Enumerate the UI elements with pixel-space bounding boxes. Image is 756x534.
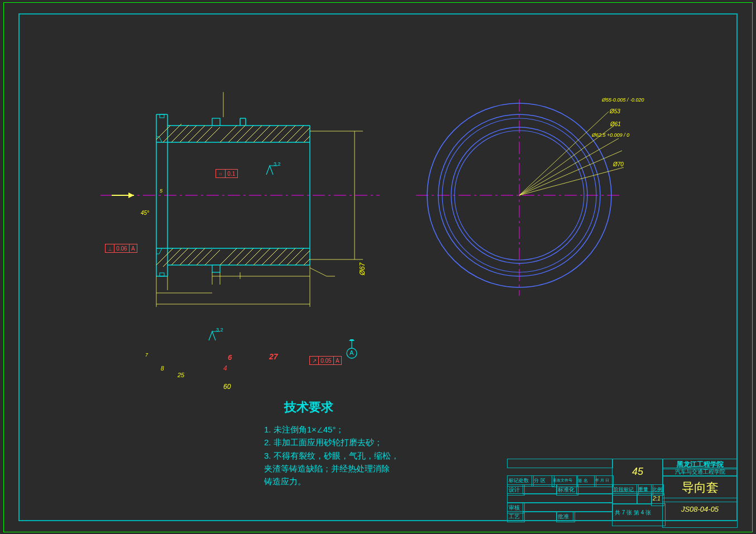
svg-line-38 bbox=[295, 128, 310, 142]
dim-4: 4 bbox=[223, 365, 227, 372]
dim-27: 27 bbox=[269, 353, 278, 360]
svg-line-29 bbox=[220, 126, 237, 142]
fcf-perpendicularity: ⟂ 0.06 A bbox=[105, 244, 137, 253]
svg-rect-14 bbox=[212, 118, 220, 126]
svg-rect-6 bbox=[160, 114, 164, 118]
tb-dwgno: JS08-04-05 bbox=[662, 498, 738, 528]
svg-line-50 bbox=[245, 248, 262, 265]
note-2: 2. 非加工面应用砂轮打磨去砂； bbox=[264, 436, 432, 449]
dia-c: Ø61 bbox=[610, 122, 621, 127]
dia-a: Ø55-0.005 / -0.020 bbox=[602, 98, 644, 103]
tb-sheets: 共 7 张 第 4 张 bbox=[612, 503, 666, 526]
dia-d: Ø62.5 +0.009 / 0 bbox=[592, 133, 629, 138]
note-1: 1. 未注倒角1×∠45°； bbox=[264, 423, 432, 436]
svg-line-33 bbox=[253, 126, 270, 142]
svg-line-39 bbox=[304, 136, 310, 142]
fcf-ro-sym: ↗ bbox=[310, 357, 319, 364]
fcf-ro-datum: A bbox=[334, 357, 342, 364]
svg-line-40 bbox=[156, 248, 173, 265]
dim-6: 6 bbox=[228, 354, 232, 361]
svg-line-35 bbox=[270, 126, 287, 142]
svg-line-51 bbox=[253, 248, 270, 265]
svg-line-42 bbox=[171, 248, 188, 265]
note-3c: 铸造应力。 bbox=[264, 475, 432, 488]
svg-line-21 bbox=[159, 248, 162, 254]
fcf-ro-tol: 0.05 bbox=[319, 357, 333, 364]
svg-line-55 bbox=[287, 248, 304, 265]
svg-line-84 bbox=[519, 138, 619, 195]
svg-line-27 bbox=[197, 127, 212, 142]
svg-line-44 bbox=[188, 248, 205, 265]
svg-line-49 bbox=[237, 248, 253, 265]
svg-line-46 bbox=[205, 250, 220, 265]
svg-line-25 bbox=[180, 126, 197, 142]
svg-line-19 bbox=[159, 137, 162, 142]
svg-line-57 bbox=[304, 259, 310, 265]
fcf-perp-sym: ⟂ bbox=[106, 244, 114, 252]
svg-line-30 bbox=[228, 126, 245, 142]
notes-heading: 技术要求 bbox=[284, 399, 333, 416]
svg-line-71 bbox=[310, 268, 327, 276]
svg-line-34 bbox=[262, 126, 279, 142]
sf-bot-val: 3.2 bbox=[216, 328, 223, 333]
svg-line-43 bbox=[180, 248, 197, 265]
svg-line-47 bbox=[220, 248, 237, 265]
sf-top-val: 3.2 bbox=[274, 162, 281, 167]
dim-chamfer: 45° bbox=[141, 210, 149, 216]
end-view bbox=[408, 95, 642, 318]
svg-line-86 bbox=[519, 167, 624, 195]
dia-e: Ø70 bbox=[613, 162, 624, 167]
title-block: 45 黑龙江工程学院 汽车与交通工程学院 标记处数 分 区 更改文件号 签 名 … bbox=[507, 459, 738, 521]
fcf-perp-tol: 0.06 bbox=[114, 244, 129, 252]
tb-approve: 批准 bbox=[556, 511, 575, 522]
dim-25: 25 bbox=[178, 372, 184, 378]
svg-line-56 bbox=[295, 251, 310, 265]
notes-body: 1. 未注倒角1×∠45°； 2. 非加工面应用砂轮打磨去砂； 3. 不得有裂纹… bbox=[264, 423, 432, 488]
fcf-cyl-tol: 0.1 bbox=[226, 170, 237, 177]
svg-line-24 bbox=[171, 125, 189, 142]
dim-67: Ø67 bbox=[359, 263, 366, 276]
dim-5: 5 bbox=[160, 189, 162, 194]
datum-a-label: A bbox=[350, 350, 353, 356]
svg-line-32 bbox=[245, 126, 262, 142]
svg-line-26 bbox=[188, 126, 205, 142]
svg-line-45 bbox=[197, 249, 212, 265]
svg-rect-7 bbox=[160, 273, 164, 276]
fcf-cylindricity: ○ 0.1 bbox=[216, 169, 238, 178]
fcf-runout: ↗ 0.05 A bbox=[309, 356, 342, 365]
svg-line-53 bbox=[270, 248, 287, 265]
svg-line-36 bbox=[279, 126, 295, 142]
dia-b: Ø53 bbox=[610, 109, 620, 114]
svg-line-52 bbox=[262, 248, 279, 265]
fcf-cyl-sym: ○ bbox=[216, 170, 226, 177]
fcf-perp-datum: A bbox=[130, 244, 137, 252]
svg-line-23 bbox=[163, 124, 181, 142]
svg-rect-15 bbox=[212, 265, 220, 272]
note-3: 3. 不得有裂纹，砂眼，气孔，缩松， bbox=[264, 449, 432, 462]
drawing-canvas: 45° 5 8 7 4 6 25 27 60 Ø67 3.2 3.2 A ⟂ 0… bbox=[0, 0, 756, 534]
section-view bbox=[101, 84, 391, 318]
dim-60: 60 bbox=[223, 383, 231, 390]
dim-8: 8 bbox=[161, 366, 164, 372]
svg-line-37 bbox=[287, 126, 304, 142]
svg-line-31 bbox=[237, 126, 253, 142]
svg-line-48 bbox=[228, 248, 245, 265]
note-3b: 夹渣等铸造缺陷；并经热处理消除 bbox=[264, 462, 432, 475]
dim-7: 7 bbox=[145, 353, 148, 358]
svg-line-28 bbox=[205, 127, 220, 142]
svg-line-54 bbox=[279, 248, 295, 265]
